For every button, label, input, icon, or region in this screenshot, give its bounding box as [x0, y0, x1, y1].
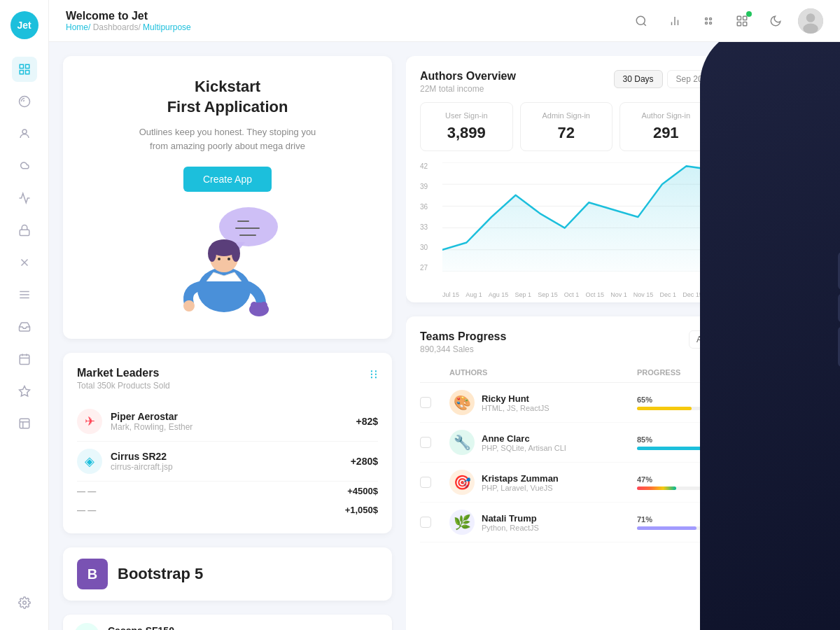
topbar: Welcome to Jet Home/ Dashboards/ Multipu…: [49, 0, 840, 42]
market-item: ✈ Piper Aerostar Mark, Rowling, Esther +…: [77, 402, 378, 442]
market-more-icon[interactable]: ⁝⁝: [370, 367, 378, 382]
author-name: Natali Trump: [482, 513, 539, 524]
row-checkbox[interactable]: [420, 477, 431, 488]
sidebar-item-layout[interactable]: [12, 411, 37, 436]
svg-point-49: [251, 302, 258, 309]
market-name: Cirrus SR22: [111, 451, 351, 462]
svg-line-20: [643, 23, 645, 25]
cessna-item: ✦ Cessna SF150 cessna-aircraft.class.jsp…: [63, 615, 392, 630]
svg-rect-30: [737, 22, 741, 25]
svg-point-43: [232, 245, 240, 262]
sidebar-item-chart[interactable]: [12, 186, 37, 211]
sidebar-logo[interactable]: Jet: [10, 11, 38, 39]
svg-rect-15: [20, 419, 29, 428]
market-value: +82$: [356, 416, 378, 427]
bootstrap-badge: B Bootstrap 5: [63, 547, 392, 601]
notification-dot: [746, 11, 752, 17]
svg-rect-5: [20, 230, 29, 235]
market-sub: Mark, Rowling, Esther: [111, 422, 356, 432]
notification-icon[interactable]: [731, 10, 753, 32]
author-name: Anne Clarc: [482, 433, 566, 444]
svg-point-45: [227, 258, 230, 260]
author-skills: HTML, JS, ReactJS: [482, 404, 550, 412]
col-checkbox: [420, 368, 442, 377]
progress-fill: [637, 447, 708, 450]
market-item-3: — — +4500$: [77, 482, 378, 500]
svg-rect-11: [20, 355, 29, 365]
sidebar-item-calendar[interactable]: [12, 346, 37, 372]
svg-point-4: [22, 130, 27, 134]
progress-fill: [637, 526, 696, 530]
page-title: Welcome to Jet: [66, 10, 191, 22]
stat-user-signin: User Sign-in 3,899: [420, 102, 513, 151]
author-avatar: 🌿: [449, 510, 475, 535]
svg-point-44: [218, 258, 220, 260]
content-area: Kickstart First Application Outlines kee…: [49, 42, 840, 630]
market-name: Piper Aerostar: [111, 411, 356, 422]
cessna-logo: ✦: [74, 623, 99, 630]
chart-bar-icon[interactable]: [664, 10, 686, 32]
grid-apps-icon[interactable]: [697, 10, 720, 32]
svg-point-46: [183, 300, 195, 312]
avatar[interactable]: [798, 8, 823, 34]
svg-point-18: [22, 601, 26, 605]
author-name: Kristaps Zumman: [482, 473, 559, 484]
svg-rect-29: [743, 16, 747, 20]
sidebar-item-fingerprint[interactable]: [12, 89, 37, 114]
sidebar-item-settings[interactable]: [12, 590, 37, 615]
market-sub: cirrus-aircraft.jsp: [111, 462, 351, 472]
search-icon[interactable]: [630, 10, 652, 32]
kickstart-description: Outlines keep you honest. They stoping y…: [130, 125, 326, 153]
svg-point-24: [706, 18, 708, 20]
svg-rect-0: [20, 64, 23, 68]
author-skills: Python, ReactJS: [482, 524, 539, 532]
market-items-list: ✈ Piper Aerostar Mark, Rowling, Esther +…: [77, 402, 378, 519]
sidebar-item-cloud[interactable]: [12, 153, 37, 178]
topbar-left: Welcome to Jet Home/ Dashboards/ Multipu…: [66, 10, 191, 32]
svg-rect-31: [743, 22, 747, 25]
app-wrapper: Jet: [0, 0, 840, 630]
author-name: Ricky Hunt: [482, 393, 550, 404]
sidebar-item-menu[interactable]: [12, 282, 37, 307]
filter-30days[interactable]: 30 Days: [614, 70, 663, 88]
market-leaders-header: Market Leaders Total 350k Products Sold …: [77, 367, 378, 391]
sidebar-item-tools[interactable]: [12, 379, 37, 404]
sidebar-item-close[interactable]: [12, 250, 37, 275]
topbar-right: [630, 8, 823, 34]
col-authors: AUTHORS: [449, 368, 630, 377]
author-avatar: 🎯: [449, 470, 475, 495]
svg-point-50: [260, 302, 267, 309]
chart-y-labels: 423936333027: [420, 162, 440, 272]
author-skills: PHP, Laravel, VueJS: [482, 484, 559, 492]
author-avatar: 🎨: [449, 390, 475, 415]
market-leaders-title: Market Leaders: [77, 367, 170, 379]
svg-point-34: [803, 23, 818, 33]
market-item-4: — — +1,050$: [77, 500, 378, 519]
sidebar: Jet: [0, 0, 49, 630]
sidebar-item-user[interactable]: [12, 121, 37, 146]
dark-mode-icon[interactable]: [764, 10, 787, 32]
create-app-button[interactable]: Create App: [183, 167, 272, 192]
authors-title: Authors Overview: [420, 70, 516, 83]
main-area: Welcome to Jet Home/ Dashboards/ Multipu…: [49, 0, 840, 630]
row-checkbox[interactable]: [420, 517, 431, 528]
row-checkbox[interactable]: [420, 437, 431, 448]
svg-rect-3: [25, 71, 29, 74]
progress-fill: [637, 407, 692, 410]
svg-point-27: [710, 22, 712, 24]
sidebar-item-lock[interactable]: [12, 218, 37, 243]
illustration: [77, 206, 378, 318]
svg-point-25: [710, 18, 712, 20]
dark-panel: Explore Help Buy now: [700, 42, 840, 630]
author-avatar: 🔧: [449, 430, 475, 455]
svg-rect-28: [737, 16, 741, 20]
sidebar-item-inbox[interactable]: [12, 314, 37, 340]
bootstrap-icon: B: [77, 559, 108, 589]
sidebar-item-dashboard[interactable]: [12, 57, 37, 82]
author-skills: PHP, SQLite, Artisan CLI: [482, 444, 566, 452]
market-leaders-card: Market Leaders Total 350k Products Sold …: [63, 353, 392, 533]
market-logo-piper: ✈: [77, 409, 102, 434]
market-value: +280$: [351, 456, 378, 467]
teams-subtitle: 890,344 Sales: [420, 344, 506, 354]
row-checkbox[interactable]: [420, 397, 431, 408]
